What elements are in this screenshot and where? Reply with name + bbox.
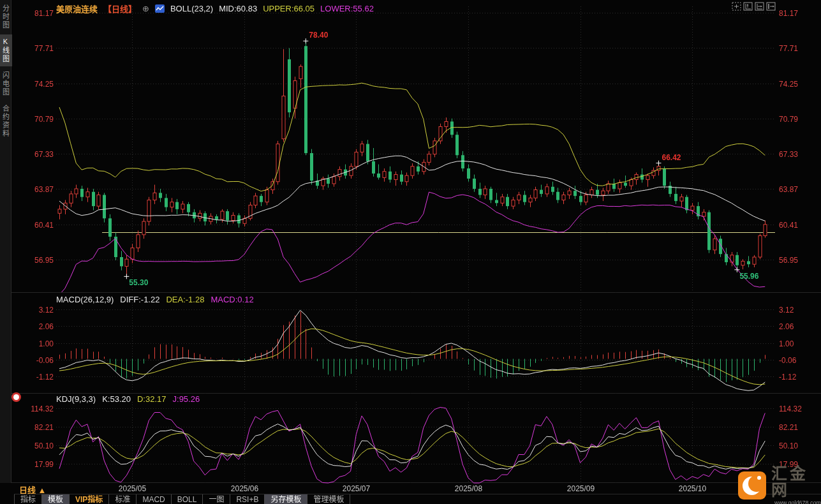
macd-params-label: MACD(26,12,9) (56, 295, 114, 304)
sidebar-item-2[interactable]: 闪电图 (0, 68, 12, 100)
kdj-k-value: K:53.20 (102, 394, 131, 404)
chart-header: 美原油连续 【日线】 ⊕ BOLL(23,2) MID:60.83 UPPER:… (56, 3, 374, 15)
toolbar-tab-8[interactable]: 另存模板 (265, 494, 307, 504)
toolbar-tab-0[interactable]: 指标 (14, 494, 42, 504)
boll-mid-value: MID:60.83 (219, 4, 257, 13)
sidebar-item-0[interactable]: 分时图 (0, 1, 12, 33)
huijin-logo-icon (738, 471, 766, 500)
drawing-marker-icon[interactable] (13, 394, 19, 400)
boll-params-label: BOLL(23,2) (170, 4, 213, 13)
kdj-d-value: D:32.17 (137, 394, 166, 404)
chart-type-sidebar: 分时图K线图闪电图合约资料 (0, 0, 11, 483)
toolbar-tab-9[interactable]: 管理模板 (307, 494, 350, 504)
sidebar-item-3[interactable]: 合约资料 (0, 101, 12, 141)
toolbar-tab-7[interactable]: RSI+B (230, 494, 265, 504)
circle-plus-icon[interactable]: ⊕ (142, 4, 149, 13)
macd-diff-value: DIFF:-1.22 (120, 295, 159, 304)
toolbar-tab-4[interactable]: MACD (137, 494, 171, 504)
chart-tool-buttons (732, 2, 776, 11)
bottom-toolbar: 指标模板VIP指标标准MACDBOLL一图RSI+B另存模板管理模板 (14, 494, 821, 504)
period-tag: 【日线】 (103, 3, 137, 15)
kdj-params-label: KDJ(9,3,3) (56, 394, 96, 404)
kdj-pane-header: KDJ(9,3,3) K:53.20 D:32.17 J:95.26 (56, 394, 200, 404)
symbol-title: 美原油连续 (56, 3, 98, 15)
boll-lower-value: LOWER:55.62 (320, 4, 374, 13)
toolbar-tab-3[interactable]: 标准 (109, 494, 137, 504)
macd-pane-header: MACD(26,12,9) DIFF:-1.22 DEA:-1.28 MACD:… (56, 295, 254, 304)
toolbar-tab-6[interactable]: 一图 (203, 494, 230, 504)
macd-dea-value: DEA:-1.28 (166, 295, 204, 304)
toolbar-tab-5[interactable]: BOLL (172, 494, 203, 504)
kline-app-window: 分时图K线图闪电图合约资料 美原油连续 【日线】 ⊕ BOLL(23,2) MI… (0, 0, 821, 504)
boll-upper-value: UPPER:66.05 (263, 4, 314, 13)
logo-url: www.gold678.com (774, 500, 821, 504)
axis-scale-up-icon[interactable] (743, 2, 753, 11)
toolbar-tab-2[interactable]: VIP指标 (70, 494, 109, 504)
kline-chart-canvas[interactable] (0, 0, 821, 504)
macd-macd-value: MACD:0.12 (211, 295, 253, 304)
toolbar-tab-1[interactable]: 模板 (42, 494, 70, 504)
sidebar-item-1[interactable]: K线图 (0, 34, 12, 66)
crosshair-tool-icon[interactable] (732, 2, 741, 11)
shift-right-icon[interactable] (766, 2, 776, 11)
logo-name: 汇金网 (771, 465, 821, 498)
kdj-j-value: J:95.26 (173, 394, 200, 404)
axis-scale-right-icon[interactable] (755, 2, 764, 11)
kline-mini-icon[interactable] (155, 4, 165, 13)
site-logo[interactable]: 汇金网 www.gold678.com (738, 465, 821, 504)
